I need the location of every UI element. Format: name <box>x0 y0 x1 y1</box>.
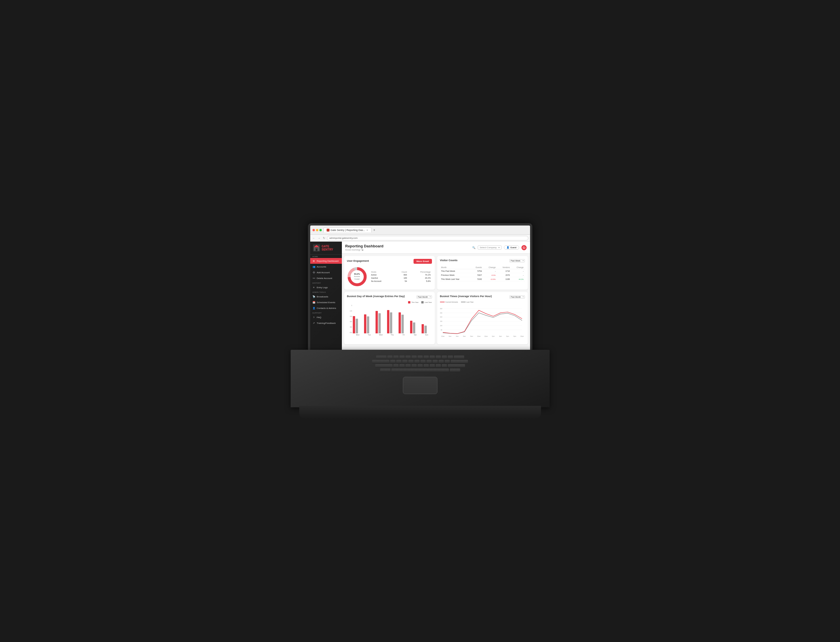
guests-change: -8.0% <box>483 273 497 277</box>
bar-group <box>410 321 421 333</box>
url-display: adminportal.gatesentry.com <box>330 237 358 239</box>
key <box>396 360 401 363</box>
current-line <box>443 310 522 334</box>
search-icon[interactable]: 🔍 <box>472 246 475 249</box>
month-label: Previous Week <box>440 273 471 277</box>
contacts-icon: 👤 <box>312 306 315 310</box>
key <box>405 355 411 359</box>
sidebar-item-entry-logs[interactable]: ≡ Entry Logs <box>310 284 342 290</box>
legend-label: This Year <box>411 302 418 303</box>
y-label: 120 <box>347 310 352 312</box>
vendors-change: - <box>511 269 525 273</box>
line-chart-title: Busiest Times (Average Visitors Per Hour… <box>440 295 492 298</box>
bar-this-year <box>375 311 378 333</box>
key <box>430 364 435 368</box>
legend-color-current <box>440 302 445 302</box>
row-pct: 74.1% <box>408 273 432 276</box>
guests-change: - <box>483 269 497 273</box>
col-guests: Guests <box>470 266 483 269</box>
minimize-button[interactable] <box>316 229 318 231</box>
visitor-filter-select[interactable]: Past Week Past Month <box>509 259 525 262</box>
new-tab-button[interactable]: + <box>373 228 375 232</box>
key <box>400 355 405 359</box>
day-label: Sun <box>422 334 432 336</box>
spacebar-key <box>392 368 449 372</box>
refresh-button[interactable]: ↻ <box>322 237 326 240</box>
bar-this-year <box>387 310 389 333</box>
forward-button[interactable]: → <box>317 237 321 240</box>
svg-text:150: 150 <box>440 321 442 322</box>
sidebar-item-add-account[interactable]: ➕ Add Account <box>310 269 342 275</box>
y-label: 360 <box>347 321 352 323</box>
bar-chart-filter[interactable]: Past Month Past Week Past Year <box>416 295 432 298</box>
bar-group <box>387 310 397 333</box>
touchpad[interactable] <box>403 377 437 394</box>
key <box>380 368 390 372</box>
key <box>375 364 393 368</box>
svg-text:4am: 4am <box>456 336 459 337</box>
y-label: 600 <box>347 332 352 333</box>
bar-labels: MonTueWedThuFriSatSun <box>347 334 432 336</box>
close-button[interactable] <box>312 229 315 231</box>
key <box>390 360 395 363</box>
bar-last-year <box>379 313 381 333</box>
back-button[interactable]: ← <box>312 237 316 240</box>
content-area: User Engagement Mass Email <box>342 254 530 347</box>
keyboard-rows <box>291 350 550 376</box>
key <box>439 360 444 363</box>
people-icon: 👥 <box>312 265 315 268</box>
line-chart-filter[interactable]: Past Month Past Week Past Year <box>509 295 525 298</box>
svg-text:8am: 8am <box>470 336 473 337</box>
maximize-button[interactable] <box>319 229 322 231</box>
bar-last-year <box>401 315 404 333</box>
key <box>436 355 441 359</box>
browser-tab[interactable]: Gate Sentry | Reporting Das... ✕ <box>323 227 372 232</box>
sidebar-item-accounts[interactable]: 👥 Accounts <box>310 264 342 269</box>
col-month: Month <box>440 266 471 269</box>
sidebar-section-home: HOME <box>310 255 342 258</box>
tab-title: Gate Sentry | Reporting Das... <box>331 229 365 232</box>
tab-close-icon[interactable]: ✕ <box>366 229 368 232</box>
change-badge: 44.2% <box>518 279 523 280</box>
day-label: Tue <box>364 334 374 336</box>
key <box>400 364 405 368</box>
sidebar-item-reporting-dashboard[interactable]: ⊞ Reporting Dashboard <box>310 258 342 264</box>
donut-label: 94.2% Accounts Created <box>352 273 362 280</box>
sidebar-item-faq[interactable]: ? FAQ <box>310 315 342 320</box>
row-count: 54 <box>394 280 408 283</box>
address-bar[interactable]: adminportal.gatesentry.com <box>327 236 528 240</box>
y-axis: 600 480 360 240 120 0 <box>347 305 352 333</box>
key <box>402 360 408 363</box>
mass-email-button[interactable]: Mass Email <box>414 259 432 264</box>
logo-gate: GATE <box>322 245 330 248</box>
page-title: Reporting Dashboard <box>345 244 383 248</box>
power-icon: ⏻ <box>523 246 525 249</box>
key-row-2 <box>299 360 541 363</box>
key-row-1 <box>299 355 541 359</box>
guests-value: 5192 <box>470 277 483 281</box>
page-subtitle: Good morning! 🌤 <box>345 248 383 251</box>
legend-label: Current Entrants <box>445 301 458 303</box>
grid-icon: ⊞ <box>312 259 315 262</box>
sidebar-item-broadcasts[interactable]: 📡 Broadcasts <box>310 293 342 300</box>
sidebar-item-delete-account[interactable]: ➖ Delete Account <box>310 275 342 281</box>
power-button[interactable]: ⏻ <box>522 245 526 250</box>
sidebar-logo: GATE SENTRY <box>310 242 342 255</box>
change-badge: -10.8% <box>490 279 496 280</box>
user-button[interactable]: 👤 Guest <box>504 245 519 250</box>
key <box>376 355 387 359</box>
user-engagement-title: User Engagement <box>347 259 369 262</box>
bar-chart-inner <box>347 305 432 333</box>
sidebar-item-label: Add Account <box>317 271 330 274</box>
col-hosts: Hosts <box>370 271 394 273</box>
sidebar-item-contacts-admins[interactable]: 👤 Contacts & Admins <box>310 305 342 311</box>
company-select[interactable]: Select Company <box>478 245 502 250</box>
svg-text:200: 200 <box>440 316 442 318</box>
sidebar-item-scheduled-events[interactable]: 📅 Scheduled Events <box>310 300 342 305</box>
top-cards-row: User Engagement Mass Email <box>344 256 528 290</box>
laptop-base <box>299 406 541 419</box>
sidebar-item-training-feedback[interactable]: ↗ Training/Feedback <box>310 320 342 326</box>
row-label: Active <box>370 273 394 276</box>
key-row-spacebar <box>299 368 541 372</box>
day-label: Mon <box>353 334 363 336</box>
